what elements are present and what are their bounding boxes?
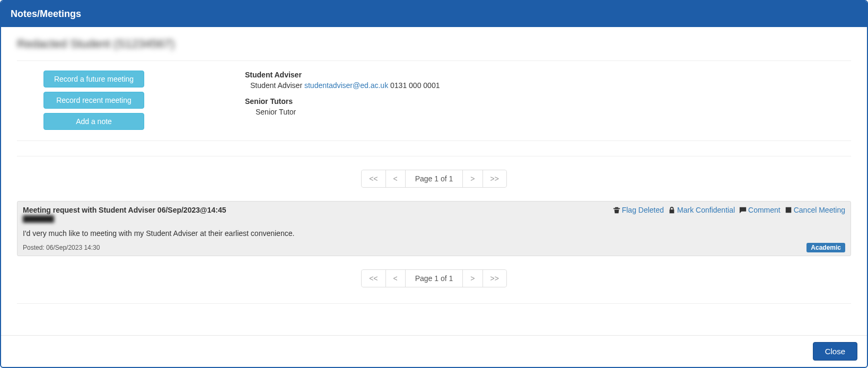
record-recent-meeting-button[interactable]: Record recent meeting xyxy=(43,92,144,109)
contacts-column: Student Adviser Student Adviser studenta… xyxy=(197,71,851,130)
note-topbar: Meeting request with Student Adviser 06/… xyxy=(23,206,845,226)
tutor-role: Senior Tutor xyxy=(256,108,296,116)
close-button[interactable]: Close xyxy=(813,342,857,361)
notes-meetings-modal: Notes/Meetings Redacted Student (S123456… xyxy=(0,0,868,368)
adviser-line: Student Adviser studentadviser@ed.ac.uk … xyxy=(245,81,851,90)
pager-label: Page 1 of 1 xyxy=(405,170,463,188)
note-footer: Posted: 06/Sep/2023 14:30 Academic xyxy=(23,243,845,252)
adviser-role: Student Adviser xyxy=(250,81,302,90)
adviser-phone: 0131 000 0001 xyxy=(390,81,440,90)
note-posted: Posted: 06/Sep/2023 14:30 xyxy=(23,244,100,251)
pager-first-button[interactable]: << xyxy=(361,170,385,188)
comment-label: Comment xyxy=(748,206,781,214)
comment-link[interactable]: Comment xyxy=(739,206,781,214)
adviser-heading: Student Adviser xyxy=(245,71,851,79)
note-author: Redacted xyxy=(23,215,54,223)
note-title: Meeting request with Student Adviser 06/… xyxy=(23,206,226,214)
note-card: Meeting request with Student Adviser 06/… xyxy=(17,201,851,256)
modal-header: Notes/Meetings xyxy=(1,1,867,27)
pager-first-button[interactable]: << xyxy=(361,269,385,287)
pager-prev-button[interactable]: < xyxy=(385,170,406,188)
flag-deleted-link[interactable]: Flag Deleted xyxy=(613,206,664,214)
comment-icon xyxy=(739,206,747,214)
lock-icon xyxy=(668,206,676,214)
note-body: I'd very much like to meeting with my St… xyxy=(23,229,845,238)
pager-label: Page 1 of 1 xyxy=(405,269,463,287)
add-note-button[interactable]: Add a note xyxy=(43,113,144,130)
record-future-meeting-button[interactable]: Record a future meeting xyxy=(43,71,144,87)
pagination-top: << < Page 1 of 1 > >> xyxy=(17,170,851,188)
mark-confidential-label: Mark Confidential xyxy=(677,206,735,214)
pager-last-button[interactable]: >> xyxy=(483,269,507,287)
top-section: Record a future meeting Record recent me… xyxy=(17,71,851,130)
adviser-email-link[interactable]: studentadviser@ed.ac.uk xyxy=(304,81,388,90)
modal-footer: Close xyxy=(1,335,867,367)
tutors-heading: Senior Tutors xyxy=(245,97,851,106)
trash-icon xyxy=(613,206,620,214)
tutor-line: Senior Tutor xyxy=(245,108,851,116)
mark-confidential-link[interactable]: Mark Confidential xyxy=(668,206,735,214)
pager-prev-button[interactable]: < xyxy=(385,269,406,287)
note-category-badge: Academic xyxy=(806,243,845,252)
pager-last-button[interactable]: >> xyxy=(483,170,507,188)
note-actions: Flag Deleted Mark Confidential Comment xyxy=(613,206,845,214)
flag-deleted-label: Flag Deleted xyxy=(622,206,664,214)
pagination-bottom: << < Page 1 of 1 > >> xyxy=(17,269,851,287)
divider xyxy=(17,156,851,156)
actions-column: Record a future meeting Record recent me… xyxy=(17,71,176,130)
divider xyxy=(17,141,851,141)
svg-rect-0 xyxy=(785,207,791,213)
divider xyxy=(17,60,851,61)
divider xyxy=(17,303,851,304)
cancel-meeting-label: Cancel Meeting xyxy=(794,206,845,214)
modal-title: Notes/Meetings xyxy=(11,8,81,19)
stop-icon xyxy=(785,206,792,214)
student-name-heading: Redacted Student (S1234567) xyxy=(17,35,851,56)
pager: << < Page 1 of 1 > >> xyxy=(361,170,507,188)
pager-next-button[interactable]: > xyxy=(462,269,483,287)
pager: << < Page 1 of 1 > >> xyxy=(361,269,507,287)
note-title-wrap: Meeting request with Student Adviser 06/… xyxy=(23,206,226,226)
cancel-meeting-link[interactable]: Cancel Meeting xyxy=(785,206,845,214)
pager-next-button[interactable]: > xyxy=(462,170,483,188)
modal-body[interactable]: Redacted Student (S1234567) Record a fut… xyxy=(1,27,867,335)
